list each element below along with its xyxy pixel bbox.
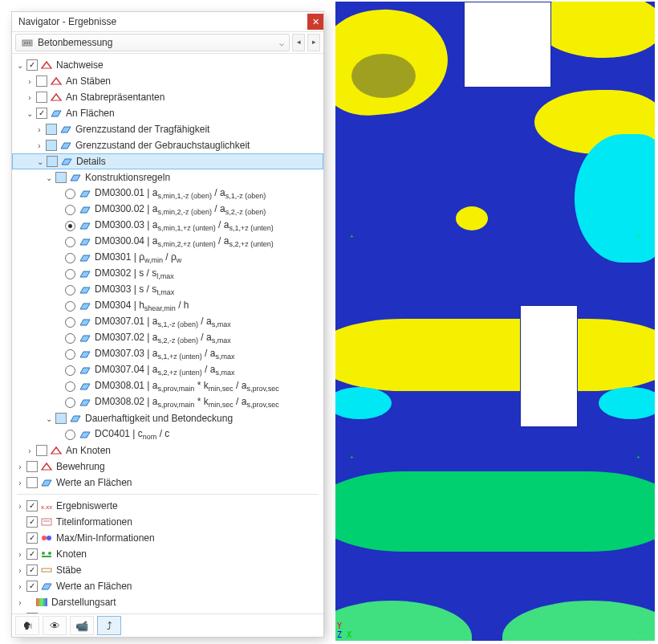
expand-icon[interactable]: ›: [15, 479, 25, 487]
concrete-icon: [22, 37, 33, 48]
close-icon[interactable]: ✕: [307, 14, 323, 30]
expand-icon[interactable]: ›: [15, 566, 25, 575]
checkbox[interactable]: ✓: [26, 516, 38, 528]
expand-icon[interactable]: ⌄: [44, 173, 54, 182]
tree-item-dm030802[interactable]: DM0308.02 | as,prov,main * kmin,sec / as…: [12, 394, 323, 410]
tree-item-werte-fl[interactable]: › Werte an Flächen: [12, 475, 323, 491]
radio[interactable]: [65, 269, 75, 279]
radio[interactable]: [65, 189, 75, 199]
tree-item-dm0304[interactable]: DM0304 | hshear,min / h: [12, 298, 323, 314]
checkbox[interactable]: ✓: [36, 108, 47, 119]
checkbox[interactable]: [36, 75, 47, 87]
radio[interactable]: [65, 333, 75, 344]
tree-item-details[interactable]: ⌄ Details: [12, 153, 323, 169]
node-icon: [40, 548, 53, 560]
checkbox[interactable]: [46, 124, 57, 135]
tree-item-dm030003[interactable]: DM0300.03 | as,min,1,+z (unten) / as,1,+…: [12, 218, 323, 234]
radio[interactable]: [65, 430, 75, 440]
tree-item-dm030801[interactable]: DM0308.01 | as,prov,main * kmin,sec / as…: [12, 378, 323, 394]
expand-icon[interactable]: ›: [15, 463, 25, 471]
checkbox[interactable]: [55, 413, 67, 424]
tree-item-dm030704[interactable]: DM0307.04 | as,2,+z (unten) / as,max: [12, 362, 323, 378]
radio[interactable]: [65, 253, 75, 263]
checkbox[interactable]: ✓: [26, 500, 38, 512]
expand-icon[interactable]: ›: [15, 582, 25, 591]
tree-item-knoten[interactable]: › ✓ Knoten: [12, 546, 323, 562]
tree-item-konstrukt[interactable]: ⌄ Konstruktionsregeln: [12, 169, 323, 185]
design-type-combo[interactable]: Betonbemessung ⌵: [15, 34, 290, 51]
checkbox[interactable]: [55, 172, 67, 183]
tree-item-staebe[interactable]: › ✓ Stäbe: [12, 562, 323, 578]
tree-item-an-knoten[interactable]: › An Knoten: [12, 442, 323, 459]
tree-item-dm030701[interactable]: DM0307.01 | as,1,-z (oben) / as,max: [12, 314, 323, 330]
radio[interactable]: [65, 397, 75, 408]
radio[interactable]: [65, 349, 75, 360]
radio[interactable]: [65, 301, 75, 312]
tree-item-view-werte-fl[interactable]: › ✓ Werte an Flächen: [12, 578, 323, 594]
tree-item-bewehrung[interactable]: › Bewehrung: [12, 459, 323, 475]
expand-icon[interactable]: ⌄: [25, 109, 35, 118]
checkbox[interactable]: [36, 92, 47, 103]
region-lime: [335, 471, 655, 552]
checkbox[interactable]: [26, 477, 38, 488]
tree-item-dm030001[interactable]: DM0300.01 | as,min,1,-z (oben) / as,1,-z…: [12, 185, 323, 202]
curve-icon: ⤴: [107, 620, 112, 632]
checkbox[interactable]: ✓: [26, 532, 38, 544]
tree-item-ergebniswerte[interactable]: › ✓ x.xx Ergebniswerte: [12, 498, 323, 514]
tree-item-dm030702[interactable]: DM0307.02 | as,2,-z (oben) / as,max: [12, 330, 323, 346]
tool-view[interactable]: 👁: [43, 616, 67, 635]
radio[interactable]: [65, 221, 75, 231]
radio[interactable]: [65, 317, 75, 328]
checkbox[interactable]: ✓: [26, 581, 38, 592]
tree-item-titelinfo[interactable]: ✓ Titelinformationen: [12, 514, 323, 530]
expand-icon[interactable]: ›: [25, 446, 35, 455]
tree-item-an-staeben[interactable]: › An Stäben: [12, 73, 323, 89]
checkbox[interactable]: [47, 156, 58, 167]
prev-button[interactable]: ◂: [292, 34, 305, 51]
tool-video[interactable]: 📹: [70, 616, 94, 635]
checkbox[interactable]: [46, 140, 57, 151]
checkbox[interactable]: ✓: [26, 565, 38, 576]
tree-item-dm030004[interactable]: DM0300.04 | as,min,2,+z (unten) / as,2,+…: [12, 234, 323, 250]
tree-item-dm0302[interactable]: DM0302 | s / sl,max: [12, 266, 323, 282]
expand-icon[interactable]: ⌄: [35, 157, 45, 166]
result-plot[interactable]: + + + + + + Y Z X: [335, 2, 655, 641]
tree-item-dm0303[interactable]: DM0303 | s / st,max: [12, 282, 323, 298]
tool-results[interactable]: ⤴: [97, 616, 121, 635]
tree-item-dauer[interactable]: ⌄ Dauerhaftigkeit und Betondeckung: [12, 410, 323, 426]
staebe-icon: [40, 565, 53, 576]
expand-icon[interactable]: ›: [35, 125, 44, 134]
surface-icon: [79, 236, 91, 247]
tree-item-an-flaechen[interactable]: ⌄ ✓ An Flächen: [12, 105, 323, 121]
checkbox[interactable]: [26, 461, 38, 472]
checkbox[interactable]: [36, 445, 47, 456]
checkbox[interactable]: ✓: [26, 59, 38, 71]
tree-item-dm030703[interactable]: DM0307.03 | as,1,+z (unten) / as,max: [12, 346, 323, 362]
tree-item-dc0401[interactable]: DC0401 | cnom / c: [12, 426, 323, 442]
tree-item-dm030002[interactable]: DM0300.02 | as,min,2,-z (oben) / as,2,-z…: [12, 202, 323, 218]
tree-item-nachweise[interactable]: ⌄ ✓ Nachweise: [12, 57, 323, 73]
tree-item-gzg[interactable]: › Grenzzustand der Gebrauchstauglichkeit: [12, 137, 323, 153]
tree-item-maxmin[interactable]: ✓ Max/Min-Informationen: [12, 530, 323, 546]
next-button[interactable]: ▸: [307, 34, 320, 51]
expand-icon[interactable]: ⌄: [44, 414, 54, 423]
radio[interactable]: [65, 285, 75, 296]
expand-icon[interactable]: ›: [25, 93, 35, 102]
expand-icon[interactable]: ›: [15, 598, 25, 607]
tree-item-gzt[interactable]: › Grenzzustand der Tragfähigkeit: [12, 121, 323, 137]
radio[interactable]: [65, 205, 75, 215]
tool-data[interactable]: 🗣: [15, 616, 39, 635]
expand-icon[interactable]: ›: [15, 502, 25, 511]
tree-item-darstellung[interactable]: › Darstellungsart: [12, 594, 323, 610]
svg-rect-3: [29, 42, 30, 44]
radio[interactable]: [65, 381, 75, 392]
expand-icon[interactable]: ›: [15, 550, 25, 559]
expand-icon[interactable]: ⌄: [15, 61, 25, 70]
tree-item-dm0301[interactable]: DM0301 | ρw,min / ρw: [12, 250, 323, 266]
checkbox[interactable]: ✓: [26, 548, 38, 560]
tree-item-an-stabrepr[interactable]: › An Stabrepräsentanten: [12, 89, 323, 105]
expand-icon[interactable]: ›: [25, 77, 35, 86]
expand-icon[interactable]: ›: [35, 141, 44, 150]
radio[interactable]: [65, 365, 75, 376]
radio[interactable]: [65, 237, 75, 247]
